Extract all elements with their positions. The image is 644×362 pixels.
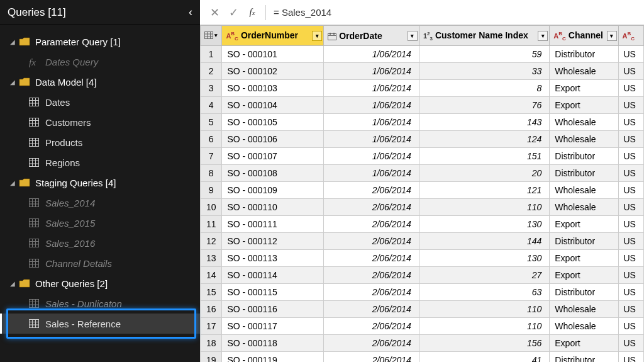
cell-customer-index[interactable]: 151 (419, 148, 549, 165)
cell-orderdate[interactable]: 1/06/2014 (324, 80, 419, 97)
cell-orderdate[interactable]: 1/06/2014 (324, 131, 419, 148)
cell-channel[interactable]: Export (550, 216, 618, 233)
cell-partial[interactable]: US (618, 233, 644, 250)
cell-channel[interactable]: Distributor (550, 148, 618, 165)
row-index-header[interactable]: ▾ (201, 26, 222, 46)
row-index[interactable]: 11 (201, 216, 222, 233)
row-index[interactable]: 9 (201, 182, 222, 199)
cell-channel[interactable]: Export (550, 97, 618, 114)
row-index[interactable]: 16 (201, 301, 222, 318)
cell-partial[interactable]: US (618, 131, 644, 148)
cell-channel[interactable]: Export (550, 250, 618, 267)
row-index[interactable]: 1 (201, 46, 222, 63)
table-row[interactable]: 6SO - 0001061/06/2014124WholesaleUS (201, 131, 644, 148)
table-row[interactable]: 7SO - 0001071/06/2014151DistributorUS (201, 148, 644, 165)
cell-channel[interactable]: Wholesale (550, 199, 618, 216)
table-row[interactable]: 4SO - 0001041/06/201476ExportUS (201, 97, 644, 114)
cell-partial[interactable]: US (618, 318, 644, 335)
row-index[interactable]: 6 (201, 131, 222, 148)
cell-orderdate[interactable]: 1/06/2014 (324, 148, 419, 165)
row-index[interactable]: 17 (201, 318, 222, 335)
cell-ordernumber[interactable]: SO - 000105 (222, 114, 324, 131)
cell-ordernumber[interactable]: SO - 000113 (222, 250, 324, 267)
cell-channel[interactable]: Distributor (550, 284, 618, 301)
cell-channel[interactable]: Wholesale (550, 63, 618, 80)
column-header[interactable]: OrderDate▾ (324, 26, 419, 46)
cell-customer-index[interactable]: 110 (419, 301, 549, 318)
table-row[interactable]: 14SO - 0001142/06/201427ExportUS (201, 267, 644, 284)
cell-ordernumber[interactable]: SO - 000106 (222, 131, 324, 148)
cell-partial[interactable]: US (618, 216, 644, 233)
row-index[interactable]: 5 (201, 114, 222, 131)
cell-ordernumber[interactable]: SO - 000119 (222, 352, 324, 363)
fx-icon[interactable]: fx (243, 7, 262, 18)
column-filter-button[interactable]: ▾ (538, 31, 548, 41)
cell-customer-index[interactable]: 156 (419, 335, 549, 352)
cell-customer-index[interactable]: 124 (419, 131, 549, 148)
cell-ordernumber[interactable]: SO - 000102 (222, 63, 324, 80)
row-index[interactable]: 4 (201, 97, 222, 114)
cell-partial[interactable]: US (618, 114, 644, 131)
cell-partial[interactable]: US (618, 267, 644, 284)
row-index[interactable]: 12 (201, 233, 222, 250)
cell-partial[interactable]: US (618, 250, 644, 267)
cell-orderdate[interactable]: 2/06/2014 (324, 250, 419, 267)
cell-partial[interactable]: US (618, 165, 644, 182)
cell-partial[interactable]: US (618, 80, 644, 97)
cell-ordernumber[interactable]: SO - 000118 (222, 335, 324, 352)
queries-pane-header[interactable]: Queries [11] ‹ (0, 0, 200, 25)
cell-partial[interactable]: US (618, 352, 644, 363)
cell-ordernumber[interactable]: SO - 000112 (222, 233, 324, 250)
query-item[interactable]: Channel Details (0, 253, 200, 273)
query-group[interactable]: ◢Data Model [4] (0, 72, 200, 92)
cell-partial[interactable]: US (618, 97, 644, 114)
cell-customer-index[interactable]: 121 (419, 182, 549, 199)
cell-orderdate[interactable]: 1/06/2014 (324, 97, 419, 114)
cell-partial[interactable]: US (618, 301, 644, 318)
cell-partial[interactable]: US (618, 199, 644, 216)
cell-customer-index[interactable]: 130 (419, 216, 549, 233)
formula-text[interactable]: = Sales_2014 (270, 7, 331, 18)
row-index[interactable]: 13 (201, 250, 222, 267)
column-filter-button[interactable]: ▾ (312, 31, 322, 41)
row-index[interactable]: 8 (201, 165, 222, 182)
cell-customer-index[interactable]: 63 (419, 284, 549, 301)
cell-ordernumber[interactable]: SO - 000115 (222, 284, 324, 301)
column-header[interactable]: ABCOrderNumber▾ (222, 26, 324, 46)
query-group[interactable]: ◢Other Queries [2] (0, 273, 200, 293)
cell-orderdate[interactable]: 2/06/2014 (324, 318, 419, 335)
table-row[interactable]: 1SO - 0001011/06/201459DistributorUS (201, 46, 644, 63)
collapse-pane-icon[interactable]: ‹ (189, 6, 192, 19)
cell-channel[interactable]: Wholesale (550, 182, 618, 199)
row-index[interactable]: 15 (201, 284, 222, 301)
query-item[interactable]: Sales - Dunlicaton (0, 293, 200, 314)
column-header[interactable]: ABC (618, 26, 644, 46)
table-row[interactable]: 13SO - 0001132/06/2014130ExportUS (201, 250, 644, 267)
query-item[interactable]: Customers (0, 112, 200, 132)
cell-partial[interactable]: US (618, 284, 644, 301)
cell-customer-index[interactable]: 110 (419, 199, 549, 216)
cell-ordernumber[interactable]: SO - 000108 (222, 165, 324, 182)
cell-orderdate[interactable]: 2/06/2014 (324, 335, 419, 352)
table-row[interactable]: 16SO - 0001162/06/2014110WholesaleUS (201, 301, 644, 318)
table-row[interactable]: 12SO - 0001122/06/2014144DistributorUS (201, 233, 644, 250)
cell-ordernumber[interactable]: SO - 000116 (222, 301, 324, 318)
cell-channel[interactable]: Wholesale (550, 301, 618, 318)
cell-ordernumber[interactable]: SO - 000104 (222, 97, 324, 114)
cell-ordernumber[interactable]: SO - 000101 (222, 46, 324, 63)
table-row[interactable]: 2SO - 0001021/06/201433WholesaleUS (201, 63, 644, 80)
cell-partial[interactable]: US (618, 148, 644, 165)
row-index[interactable]: 7 (201, 148, 222, 165)
query-item[interactable]: Regions (0, 152, 200, 173)
cell-orderdate[interactable]: 2/06/2014 (324, 352, 419, 363)
query-item[interactable]: Sales - Reference (0, 314, 200, 334)
cell-orderdate[interactable]: 2/06/2014 (324, 182, 419, 199)
cell-customer-index[interactable]: 143 (419, 114, 549, 131)
cell-ordernumber[interactable]: SO - 000110 (222, 199, 324, 216)
column-header[interactable]: 123Customer Name Index▾ (419, 26, 549, 46)
cell-customer-index[interactable]: 76 (419, 97, 549, 114)
table-row[interactable]: 8SO - 0001081/06/201420DistributorUS (201, 165, 644, 182)
cell-orderdate[interactable]: 1/06/2014 (324, 46, 419, 63)
query-item[interactable]: fxDates Query (0, 52, 200, 72)
column-filter-button[interactable]: ▾ (607, 31, 617, 41)
